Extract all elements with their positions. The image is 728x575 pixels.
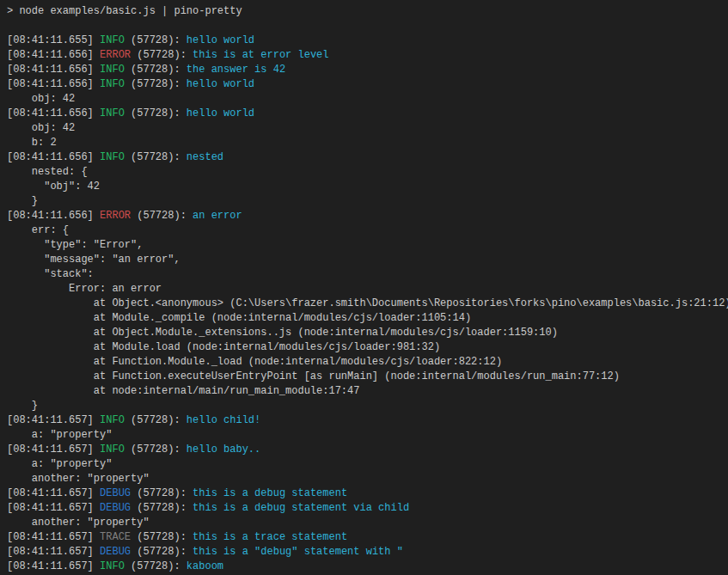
- log-pid: (57728):: [125, 78, 187, 90]
- log-detail-line: Error: an error: [7, 282, 728, 297]
- log-level-badge: DEBUG: [100, 502, 131, 514]
- log-line: [08:41:11.656] INFO (57728): hello world: [7, 77, 728, 92]
- log-message: kaboom: [187, 560, 223, 572]
- log-detail-line: b: 2: [7, 136, 728, 150]
- log-pid: (57728):: [131, 210, 193, 222]
- log-level-badge: INFO: [100, 34, 125, 46]
- log-detail-line: at Module._compile (node:internal/module…: [7, 311, 728, 326]
- log-timestamp: [08:41:11.656]: [7, 64, 100, 76]
- log-detail-line: another: "property": [7, 516, 728, 530]
- log-pid: (57728):: [131, 487, 193, 499]
- log-output: [08:41:11.655] INFO (57728): hello world…: [7, 34, 728, 574]
- log-message: this is at error level: [193, 49, 328, 61]
- log-timestamp: [08:41:11.657]: [7, 546, 100, 558]
- log-detail-line: "obj": 42: [7, 180, 728, 194]
- log-timestamp: [08:41:11.656]: [7, 78, 100, 90]
- log-detail-line: obj: 42: [7, 92, 728, 107]
- log-timestamp: [08:41:11.657]: [7, 502, 100, 514]
- log-level-badge: ERROR: [100, 210, 131, 222]
- log-level-badge: DEBUG: [100, 546, 131, 558]
- log-line: [08:41:11.657] INFO (57728): hello child…: [7, 413, 728, 428]
- log-line: [08:41:11.657] INFO (57728): kaboom: [7, 560, 728, 574]
- log-detail-line: err: {: [7, 223, 728, 238]
- log-line: [08:41:11.656] INFO (57728): hello world: [7, 107, 728, 121]
- log-detail-line: another: "property": [7, 472, 728, 486]
- terminal[interactable]: > node examples/basic.js | pino-pretty […: [0, 0, 728, 575]
- log-line: [08:41:11.656] INFO (57728): nested: [7, 150, 728, 165]
- log-level-badge: INFO: [100, 151, 125, 163]
- log-level-badge: INFO: [100, 443, 125, 456]
- log-pid: (57728):: [125, 64, 187, 76]
- log-timestamp: [08:41:11.657]: [7, 414, 100, 426]
- log-message: this is a debug statement: [193, 487, 347, 499]
- log-timestamp: [08:41:11.657]: [7, 531, 100, 543]
- log-pid: (57728):: [125, 34, 187, 46]
- log-message: hello world: [187, 34, 254, 46]
- command-line: > node examples/basic.js | pino-pretty: [7, 4, 728, 19]
- log-detail-line: a: "property": [7, 457, 728, 472]
- log-line: [08:41:11.656] ERROR (57728): an error: [7, 209, 728, 223]
- log-line: [08:41:11.655] INFO (57728): hello world: [7, 34, 728, 48]
- log-message: an error: [193, 210, 242, 222]
- log-detail-line: obj: 42: [7, 121, 728, 136]
- log-timestamp: [08:41:11.656]: [7, 151, 100, 163]
- log-detail-line: a: "property": [7, 428, 728, 443]
- log-message: nested: [187, 151, 223, 163]
- log-pid: (57728):: [131, 531, 193, 543]
- log-level-badge: DEBUG: [100, 487, 131, 499]
- log-pid: (57728):: [131, 546, 193, 558]
- log-level-badge: TRACE: [100, 531, 131, 543]
- log-pid: (57728):: [125, 560, 187, 572]
- log-message: hello baby..: [187, 443, 260, 456]
- log-level-badge: INFO: [100, 414, 125, 426]
- log-detail-line: nested: {: [7, 165, 728, 180]
- log-timestamp: [08:41:11.656]: [7, 107, 100, 119]
- log-timestamp: [08:41:11.657]: [7, 443, 100, 456]
- log-detail-line: at Function.Module._load (node:internal/…: [7, 355, 728, 370]
- log-timestamp: [08:41:11.657]: [7, 487, 100, 499]
- log-detail-line: }: [7, 399, 728, 413]
- log-detail-line: }: [7, 194, 728, 209]
- log-level-badge: INFO: [100, 78, 125, 90]
- log-pid: (57728):: [125, 443, 187, 456]
- log-line: [08:41:11.657] DEBUG (57728): this is a …: [7, 501, 728, 516]
- log-message: this is a "debug" statement with ": [193, 546, 403, 558]
- log-line: [08:41:11.657] INFO (57728): hello baby.…: [7, 443, 728, 457]
- log-line: [08:41:11.657] TRACE (57728): this is a …: [7, 530, 728, 545]
- log-detail-line: at Function.executeUserEntryPoint [as ru…: [7, 370, 728, 384]
- log-pid: (57728):: [131, 502, 193, 514]
- log-line: [08:41:11.656] ERROR (57728): this is at…: [7, 48, 728, 63]
- log-level-badge: INFO: [100, 107, 125, 119]
- log-pid: (57728):: [125, 151, 187, 163]
- log-pid: (57728):: [125, 107, 187, 119]
- log-line: [08:41:11.657] DEBUG (57728): this is a …: [7, 486, 728, 501]
- log-level-badge: ERROR: [100, 49, 131, 61]
- log-message: hello world: [187, 107, 254, 119]
- log-detail-line: at Object.<anonymous> (C:\Users\frazer.s…: [7, 297, 728, 311]
- log-detail-line: "stack":: [7, 267, 728, 282]
- log-line: [08:41:11.656] INFO (57728): the answer …: [7, 63, 728, 77]
- log-line: [08:41:11.657] DEBUG (57728): this is a …: [7, 545, 728, 560]
- blank-line: [7, 19, 728, 34]
- log-timestamp: [08:41:11.656]: [7, 210, 100, 222]
- log-detail-line: at Module.load (node:internal/modules/cj…: [7, 340, 728, 355]
- log-message: the answer is 42: [187, 64, 285, 76]
- log-message: this is a debug statement via child: [193, 502, 409, 514]
- log-message: hello world: [187, 78, 254, 90]
- log-detail-line: "type": "Error",: [7, 238, 728, 253]
- log-timestamp: [08:41:11.657]: [7, 560, 100, 572]
- log-message: this is a trace statement: [193, 531, 347, 543]
- log-detail-line: at Object.Module._extensions..js (node:i…: [7, 326, 728, 340]
- log-detail-line: at node:internal/main/run_main_module:17…: [7, 384, 728, 399]
- log-timestamp: [08:41:11.655]: [7, 34, 100, 46]
- log-level-badge: INFO: [100, 560, 125, 572]
- log-level-badge: INFO: [100, 64, 125, 76]
- log-pid: (57728):: [125, 414, 187, 426]
- log-timestamp: [08:41:11.656]: [7, 49, 100, 61]
- log-detail-line: "message": "an error",: [7, 253, 728, 267]
- log-message: hello child!: [187, 414, 260, 426]
- log-pid: (57728):: [131, 49, 193, 61]
